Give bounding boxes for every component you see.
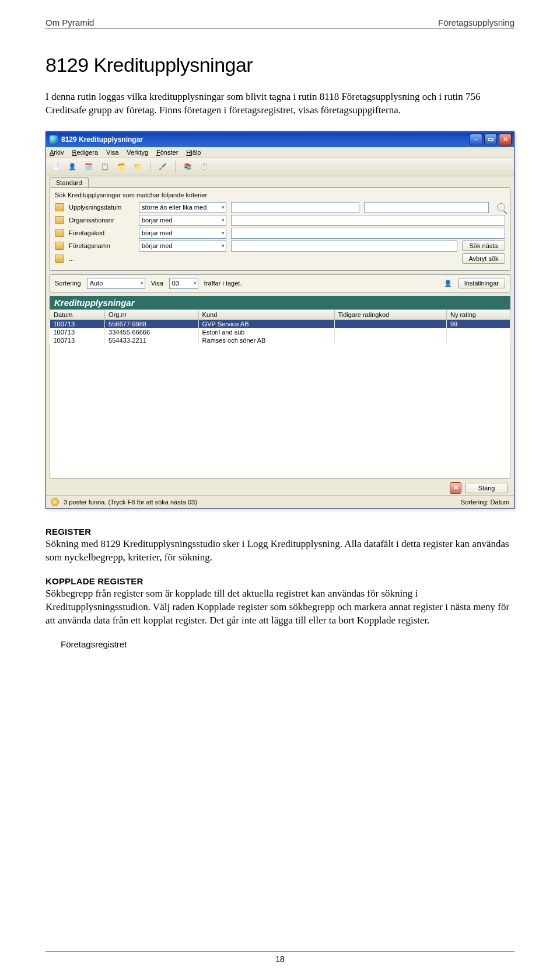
search-icon[interactable]: [497, 203, 505, 211]
toolbar-divider: [150, 161, 150, 173]
table-caption: Kreditupplysningar: [50, 296, 510, 309]
menu-hjalp[interactable]: Hjälp: [186, 149, 201, 156]
list-item-foretagsregistret: Företagsregistret: [61, 639, 514, 649]
kopplade-heading: KOPPLADE REGISTER: [46, 576, 514, 586]
page-footer: 18: [46, 952, 514, 964]
header-right: Företagsupplysning: [438, 18, 514, 27]
operator-combo[interactable]: börjar med▾: [139, 215, 226, 226]
chevron-down-icon: ▾: [222, 230, 225, 236]
toolbar-icon-doc[interactable]: 🗂️: [115, 161, 128, 173]
toolbar-icon-brush[interactable]: 🖌️: [156, 161, 169, 173]
header-left: Om Pyramid: [46, 18, 94, 27]
col-kund[interactable]: Kund: [198, 309, 334, 319]
doc-header: Om Pyramid Företagsupplysning: [46, 18, 514, 29]
tab-standard[interactable]: Standard: [50, 177, 89, 187]
sort-row: Sortering Auto▾ Visa 03▾ träffar i taget…: [50, 274, 510, 292]
chevron-down-icon: ▾: [222, 217, 225, 223]
shield-icon: [51, 498, 59, 506]
register-heading: REGISTER: [46, 527, 514, 536]
sortering-label: Sortering: [55, 280, 81, 287]
toolbar-divider: [175, 161, 176, 173]
chevron-down-icon: ▾: [141, 280, 144, 286]
toolbar: 📄 👤 🗓️ 📋 🗂️ 📁 🖌️ 📚 ⏱️: [46, 158, 514, 176]
visa-combo[interactable]: 03▾: [169, 278, 198, 289]
value-input[interactable]: [231, 215, 505, 226]
menu-redigera[interactable]: Redigera: [72, 149, 98, 156]
criteria-label: ...: [69, 255, 134, 262]
titlebar[interactable]: 8129 Kreditupplysningar ─ ▭ ✕: [46, 132, 514, 147]
close-x-icon[interactable]: ✕: [450, 482, 461, 494]
result-table: Datum Org.nr Kund Tidigare ratingkod Ny …: [50, 309, 510, 344]
visa-label: Visa: [151, 280, 163, 287]
avbryt-sok-button[interactable]: Avbryt sök: [462, 253, 505, 264]
minimize-button[interactable]: ─: [470, 134, 482, 145]
value-input-to[interactable]: [364, 202, 489, 213]
maximize-button[interactable]: ▭: [484, 134, 497, 145]
criteria-label: Organisationsnr: [69, 217, 134, 224]
bottom-button-row: ✕ Stäng: [46, 479, 514, 495]
menu-arkiv[interactable]: Arkiv: [50, 149, 64, 156]
value-input[interactable]: [231, 202, 359, 213]
table-row[interactable]: 100713334455-66666 Estoril and sub: [50, 328, 510, 336]
menubar: Arkiv Redigera Visa Verktyg Fönster Hjäl…: [46, 147, 514, 158]
field-icon: [55, 229, 64, 237]
chevron-down-icon: ▾: [194, 280, 197, 286]
menu-visa[interactable]: Visa: [106, 149, 118, 156]
register-paragraph: Sökning med 8129 Kreditupplysningsstudio…: [46, 538, 514, 565]
table-empty-area: [50, 344, 510, 479]
toolbar-icon-books[interactable]: 📚: [181, 161, 194, 173]
toolbar-icon-cal1[interactable]: 🗓️: [82, 161, 95, 173]
operator-combo[interactable]: större än eller lika med▾: [139, 202, 226, 213]
app-window: 8129 Kreditupplysningar ─ ▭ ✕ Arkiv Redi…: [46, 131, 514, 509]
toolbar-icon-folder[interactable]: 📁: [131, 161, 144, 173]
field-icon: [55, 216, 64, 224]
visa-suffix: träffar i taget.: [204, 280, 242, 287]
search-panel: Sök Kreditupplysningar som matchar följa…: [50, 187, 510, 271]
table-row[interactable]: 100713556677-9988 GVP Service AB 99: [50, 319, 510, 328]
status-text-left: 3 poster funna. (Tryck F8 för att söka n…: [64, 499, 197, 506]
stang-button[interactable]: Stäng: [465, 483, 508, 493]
app-icon: [50, 135, 58, 144]
criteria-label: Upplysningsdatum: [69, 204, 134, 211]
tabstrip: Standard: [46, 177, 514, 187]
chevron-down-icon: ▾: [222, 243, 225, 249]
status-text-right: Sortering: Datum: [461, 499, 509, 506]
field-icon: [55, 203, 64, 211]
toolbar-icon-user[interactable]: 👤: [66, 161, 79, 173]
sortering-combo[interactable]: Auto▾: [87, 278, 145, 289]
installningar-button[interactable]: Inställningar: [458, 278, 505, 288]
toolbar-icon-new[interactable]: 📄: [50, 161, 62, 173]
sok-nasta-button[interactable]: Sök nästa: [462, 241, 505, 251]
col-tidigare[interactable]: Tidigare ratingkod: [334, 309, 446, 319]
kopplade-paragraph: Sökbegrepp från register som är kopplade…: [46, 587, 514, 628]
window-title: 8129 Kreditupplysningar: [61, 135, 470, 144]
menu-fonster[interactable]: Fönster: [156, 149, 178, 156]
toolbar-icon-cal2[interactable]: 📋: [99, 161, 111, 173]
field-icon: [55, 255, 64, 263]
intro-paragraph: I denna rutin loggas vilka kreditupplysn…: [46, 90, 514, 117]
field-icon: [55, 242, 64, 250]
statusbar: 3 poster funna. (Tryck F8 för att söka n…: [46, 495, 514, 508]
person-icon: 👤: [444, 280, 452, 287]
table-row[interactable]: 100713554433-2211 Ramses och söner AB: [50, 336, 510, 344]
value-input[interactable]: [231, 228, 505, 239]
col-ny[interactable]: Ny rating: [446, 309, 510, 319]
col-orgnr[interactable]: Org.nr: [105, 309, 199, 319]
operator-combo[interactable]: börjar med▾: [139, 228, 226, 239]
operator-combo[interactable]: börjar med▾: [139, 241, 226, 252]
page-number: 18: [275, 954, 285, 964]
toolbar-icon-clock[interactable]: ⏱️: [198, 161, 211, 173]
criteria-label: Företagsnamn: [69, 242, 134, 249]
search-title: Sök Kreditupplysningar som matchar följa…: [55, 191, 505, 198]
close-window-button[interactable]: ✕: [499, 134, 512, 145]
menu-verktyg[interactable]: Verktyg: [127, 149, 148, 156]
criteria-label: Företagskod: [69, 229, 134, 236]
value-input[interactable]: [231, 241, 457, 252]
page-title: 8129 Kreditupplysningar: [46, 54, 514, 76]
col-datum[interactable]: Datum: [50, 309, 105, 319]
chevron-down-icon: ▾: [222, 204, 225, 210]
